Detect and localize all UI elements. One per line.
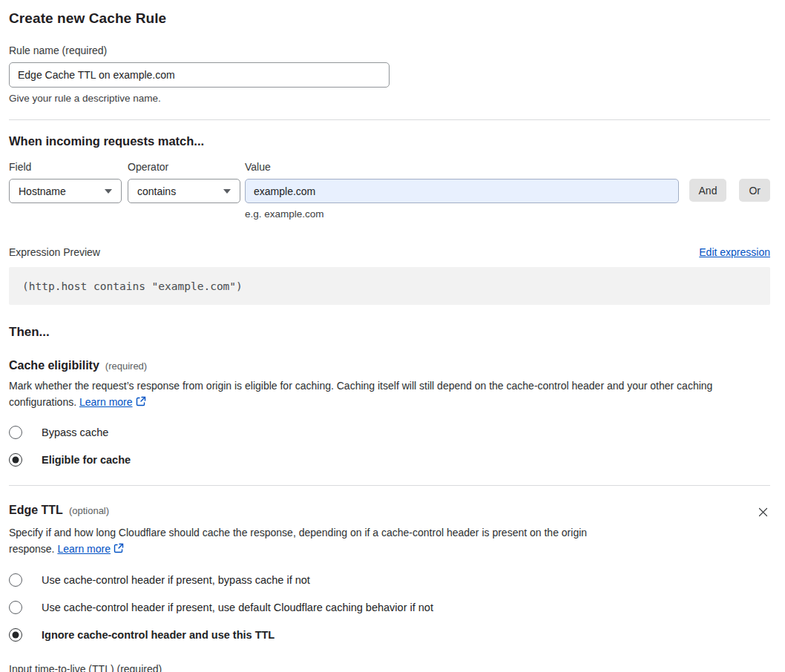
ttl-label: Input time-to-live (TTL) (required) <box>9 663 770 672</box>
expression-code: (http.host contains "example.com") <box>22 280 243 292</box>
operator-select-value: contains <box>137 185 176 197</box>
divider <box>9 485 770 486</box>
field-column: Field Hostname <box>9 161 122 203</box>
radio-use-cache-control-bypass[interactable]: Use cache-control header if present, byp… <box>9 573 770 587</box>
rule-name-section: Rule name (required) Give your rule a de… <box>9 45 770 104</box>
value-input[interactable] <box>245 179 679 203</box>
field-select[interactable]: Hostname <box>9 179 122 203</box>
edge-ttl-header: Edge TTL (optional) <box>9 504 770 519</box>
cache-eligibility-title: Cache eligibility <box>9 359 99 372</box>
external-link-icon <box>136 397 146 409</box>
radio-icon <box>9 426 22 439</box>
and-button[interactable]: And <box>689 179 727 202</box>
edge-ttl-learn-more-link[interactable]: Learn more <box>57 543 111 555</box>
rule-name-label: Rule name (required) <box>9 45 770 56</box>
radio-label: Use cache-control header if present, use… <box>42 602 433 613</box>
value-label: Value <box>245 161 679 173</box>
radio-icon <box>9 601 22 614</box>
close-edge-ttl-button[interactable] <box>756 505 770 519</box>
cache-eligibility-description: Mark whether the request’s response from… <box>9 378 770 411</box>
edge-ttl-title: Edge TTL <box>9 504 63 517</box>
operator-select[interactable]: contains <box>128 179 240 203</box>
edge-ttl-title-row: Edge TTL (optional) <box>9 504 109 517</box>
edge-ttl-description: Specify if and how long Cloudflare shoul… <box>9 525 626 558</box>
cache-eligibility-learn-more-link[interactable]: Learn more <box>79 396 133 408</box>
field-select-value: Hostname <box>19 185 66 197</box>
radio-eligible-for-cache[interactable]: Eligible for cache <box>9 453 770 467</box>
expression-preview-code-block: (http.host contains "example.com") <box>9 267 770 305</box>
divider <box>9 119 770 120</box>
radio-icon <box>9 573 22 587</box>
expression-preview-header: Expression Preview Edit expression <box>9 246 770 258</box>
radio-use-cache-control-default[interactable]: Use cache-control header if present, use… <box>9 601 770 614</box>
radio-bypass-cache[interactable]: Bypass cache <box>9 426 770 439</box>
expression-preview-label: Expression Preview <box>9 246 100 258</box>
edge-ttl-qualifier: (optional) <box>69 505 109 516</box>
chevron-down-icon <box>105 189 112 194</box>
cache-eligibility-qualifier: (required) <box>105 360 147 372</box>
radio-label: Bypass cache <box>42 426 108 438</box>
create-cache-rule-page: Create new Cache Rule Rule name (require… <box>0 0 785 672</box>
close-icon <box>758 509 769 520</box>
rule-name-input[interactable] <box>9 62 390 88</box>
radio-label: Use cache-control header if present, byp… <box>42 574 310 586</box>
field-label: Field <box>9 161 122 173</box>
chevron-down-icon <box>223 189 231 194</box>
cache-eligibility-options: Bypass cache Eligible for cache <box>9 426 770 467</box>
radio-ignore-cache-control[interactable]: Ignore cache-control header and use this… <box>9 628 770 642</box>
match-condition-row: Field Hostname Operator contains Value e… <box>9 161 770 220</box>
rule-name-helper: Give your rule a descriptive name. <box>9 93 770 104</box>
cache-eligibility-header: Cache eligibility (required) <box>9 359 770 372</box>
operator-label: Operator <box>128 161 240 173</box>
value-helper: e.g. example.com <box>245 208 679 220</box>
value-column: Value e.g. example.com <box>245 161 679 220</box>
edge-ttl-options: Use cache-control header if present, byp… <box>9 573 770 642</box>
or-button[interactable]: Or <box>739 179 770 202</box>
match-section-heading: When incoming requests match... <box>9 134 770 148</box>
page-title: Create new Cache Rule <box>9 10 770 27</box>
then-heading: Then... <box>9 325 770 340</box>
external-link-icon <box>114 544 124 556</box>
radio-label: Ignore cache-control header and use this… <box>42 629 275 641</box>
radio-icon-checked <box>9 628 22 642</box>
radio-icon-checked <box>9 453 22 467</box>
edit-expression-link[interactable]: Edit expression <box>699 246 770 258</box>
radio-label: Eligible for cache <box>42 454 131 466</box>
operator-column: Operator contains <box>128 161 240 203</box>
